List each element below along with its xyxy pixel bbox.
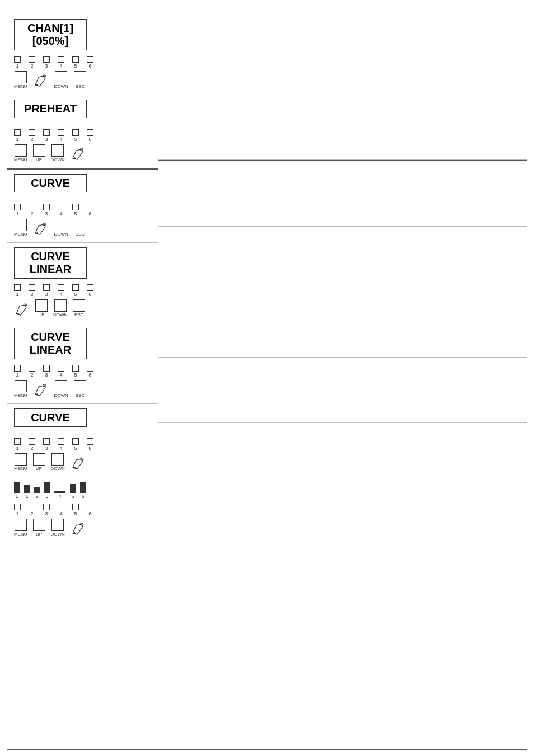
checkbox-5-chan1[interactable]: 5	[72, 56, 79, 69]
menu-button-preheat[interactable]: MENU	[14, 144, 27, 162]
cb-label: 2	[30, 63, 33, 69]
pencil-button-chan1[interactable]	[33, 73, 49, 89]
cb-box[interactable]	[14, 129, 21, 136]
pencil-button-preheat[interactable]	[71, 146, 86, 162]
bar-icon-2: 2	[34, 487, 40, 499]
down-button-curve1[interactable]: DOWN	[54, 219, 68, 237]
cb-box[interactable]	[43, 129, 50, 136]
display-line1-preheat: PREHEAT	[24, 102, 77, 115]
cb-box[interactable]	[14, 56, 21, 63]
cb-box[interactable]	[72, 56, 79, 63]
button-row-curvelinear1: UP DOWN ESC	[14, 299, 151, 317]
button-row-curve2: MENU UP DOWN	[14, 453, 151, 471]
cb-box[interactable]	[58, 129, 64, 136]
display-box-preheat: PREHEAT	[14, 100, 87, 118]
down-btn-box[interactable]	[51, 144, 64, 157]
cb-box[interactable]	[58, 56, 64, 63]
menu-button-chan1[interactable]: MENU	[14, 71, 27, 89]
menu-button-curvelinear2[interactable]: MENU	[14, 380, 27, 398]
up-button-bar[interactable]: UP	[33, 519, 45, 537]
display-box-curve-linear2: CURVE LINEAR	[14, 328, 87, 359]
esc-button-chan1[interactable]: ESC	[74, 71, 86, 89]
page-outer: CHAN[1] [050%] 1 2 3 4 5 6 MENU	[7, 6, 527, 750]
up-btn-box[interactable]	[33, 144, 45, 157]
down-button-chan1[interactable]: DOWN	[54, 71, 68, 89]
checkbox-row-curvelinear1: 1 2 3 4 5 6	[14, 284, 151, 297]
checkbox-row-curve1: 1 2 3 4 5 6	[14, 204, 151, 217]
bar-icon-3: 3	[44, 482, 50, 499]
down-btn-box[interactable]	[55, 71, 67, 83]
checkbox-3-chan1[interactable]: 3	[43, 56, 50, 69]
cb-box[interactable]	[87, 129, 93, 136]
checkbox-4-chan1[interactable]: 4	[58, 56, 64, 69]
esc-button-curve1[interactable]: ESC	[74, 219, 86, 237]
esc-button-curvelinear2[interactable]: ESC	[74, 380, 86, 398]
down-button-preheat[interactable]: DOWN	[51, 144, 65, 162]
up-button-curve2[interactable]: UP	[33, 453, 45, 471]
right-section-4	[158, 227, 527, 292]
pencil-icon	[71, 456, 86, 471]
down-button-curve2[interactable]: DOWN	[51, 453, 65, 471]
display-box-chan1: CHAN[1] [050%]	[14, 19, 87, 50]
esc-button-curvelinear1[interactable]: ESC	[73, 299, 85, 317]
top-border-line	[7, 11, 527, 11]
esc-btn-box[interactable]	[74, 71, 86, 83]
checkbox-1-chan1[interactable]: 1	[14, 56, 21, 69]
bar-fill-4	[54, 491, 65, 493]
checkbox-2-chan1[interactable]: 2	[29, 56, 35, 69]
bar-fill-1	[14, 482, 20, 493]
section-curve-linear1: CURVE LINEAR 1 2 3 4 5 6	[7, 243, 158, 323]
section-curve1: CURVE 1 2 3 4 5 6 MENU	[7, 170, 158, 243]
pencil-button-bar[interactable]	[71, 521, 86, 537]
display-line1-curve1: CURVE	[24, 177, 77, 190]
right-section-5	[158, 292, 527, 358]
down-button-curvelinear1[interactable]: DOWN	[53, 299, 67, 317]
right-section-2	[158, 87, 527, 160]
cb-box[interactable]	[43, 56, 50, 63]
esc-btn-label: ESC	[76, 84, 85, 89]
down-button-curvelinear2[interactable]: DOWN	[54, 380, 68, 398]
pencil-icon	[14, 302, 30, 317]
display-box-curve2: CURVE	[14, 408, 87, 427]
cb-box[interactable]	[43, 204, 50, 210]
section-curve-linear2: CURVE LINEAR 1 2 3 4 5 6 MENU	[7, 323, 158, 404]
button-row-chan1: MENU DOWN	[14, 71, 151, 89]
down-button-bar[interactable]: DOWN	[51, 519, 65, 537]
bar-icon-4: 4	[54, 491, 65, 499]
cb-box[interactable]	[29, 129, 35, 136]
checkbox-row-bar: 1 2 3 4 5 6	[14, 504, 151, 516]
menu-btn-box[interactable]	[15, 144, 27, 157]
menu-button-bar[interactable]: MENU	[14, 519, 27, 537]
cb-box[interactable]	[72, 204, 79, 210]
pencil-button-curvelinear1[interactable]	[14, 302, 30, 317]
cb-label: 6	[88, 63, 91, 69]
up-button-curvelinear1[interactable]: UP	[35, 299, 48, 317]
cb-label: 5	[74, 63, 77, 69]
cb-box[interactable]	[87, 56, 93, 63]
section-bar-icons: 1 1 2 3	[7, 477, 158, 542]
menu-button-curve1[interactable]: MENU	[14, 219, 27, 237]
pencil-button-curve1[interactable]	[33, 221, 49, 237]
bar-icons-display: 1 1 2 3	[14, 482, 151, 499]
cb-box[interactable]	[29, 56, 35, 63]
display-line2-chan1: [050%]	[24, 35, 77, 48]
pencil-icon	[71, 146, 86, 162]
checkbox-row-preheat: 1 2 3 4 5 6	[14, 129, 151, 142]
up-button-preheat[interactable]: UP	[33, 144, 45, 162]
pencil-icon	[71, 521, 86, 537]
cb-box[interactable]	[29, 204, 35, 210]
menu-btn-box[interactable]	[15, 71, 27, 83]
bar-icon-6: 6	[80, 482, 86, 499]
pencil-button-curvelinear2[interactable]	[33, 382, 49, 398]
display-box-curve1: CURVE	[14, 174, 87, 192]
checkbox-6-chan1[interactable]: 6	[87, 56, 93, 69]
cb-label: 4	[59, 63, 62, 69]
cb-box[interactable]	[72, 129, 79, 136]
cb-box[interactable]	[87, 204, 93, 210]
cb-label: 1	[16, 63, 18, 69]
cb-box[interactable]	[14, 204, 21, 210]
menu-button-curve2[interactable]: MENU	[14, 453, 27, 471]
cb-box[interactable]	[58, 204, 64, 210]
pencil-button-curve2[interactable]	[71, 456, 86, 471]
button-row-curvelinear2: MENU DOWN ESC	[14, 380, 151, 398]
